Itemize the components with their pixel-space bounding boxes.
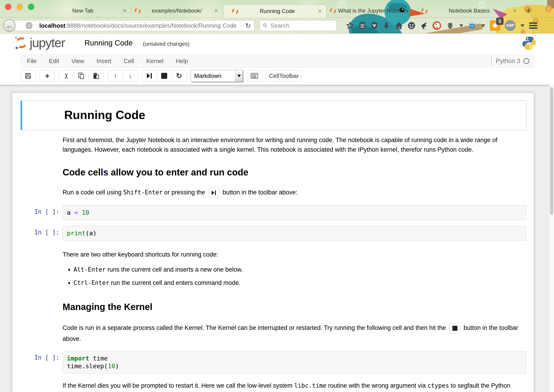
tab-running-code-active[interactable]: Running Code ×	[223, 4, 327, 18]
cut-icon: ✂	[62, 73, 71, 79]
code-input-area[interactable]: print(a)	[62, 226, 526, 241]
insert-cell-button[interactable]: +	[40, 70, 55, 81]
bug-extension-icon[interactable]	[468, 21, 476, 30]
window-minimize-button[interactable]	[16, 4, 23, 10]
site-identity-globe-icon[interactable]	[25, 22, 33, 29]
cell-prompt-empty	[21, 302, 62, 312]
bug-extension-dropdown-caret[interactable]	[481, 24, 485, 27]
tab-label: Running Code	[238, 8, 317, 14]
markdown-cell-tail-clipped[interactable]: If the Kernel dies you will be prompted …	[21, 381, 526, 392]
inline-code-libc-time: libc.time	[294, 382, 326, 389]
tab-close-icon[interactable]: ×	[213, 7, 220, 14]
search-bar[interactable]: Search	[260, 20, 337, 31]
select-dropdown-arrow[interactable]	[235, 70, 242, 82]
markdown-cell-intro[interactable]: First and foremost, the Jupyter Notebook…	[21, 135, 526, 154]
move-cell-up-button[interactable]: ↑	[108, 70, 123, 81]
tab-examples-notebook[interactable]: examples/Notebook/ ×	[132, 4, 223, 17]
tab-close-icon[interactable]: ×	[317, 7, 323, 15]
feedback-smiley-icon[interactable]	[408, 22, 416, 29]
tab-new-tab[interactable]: New Tab ×	[41, 4, 131, 17]
menu-view[interactable]: View	[65, 57, 90, 65]
input-prompt: In [ ]:	[21, 226, 62, 241]
markdown-cell-h2-kernel[interactable]: Managing the Kernel	[21, 302, 526, 312]
restart-icon: ↻	[176, 71, 182, 80]
shortcuts-intro: There are two other keyboard shortcuts f…	[62, 250, 526, 259]
paste-cell-button[interactable]	[89, 70, 104, 81]
markdown-cell-title-selected[interactable]: Running Code	[21, 100, 526, 130]
adblock-dropdown-caret[interactable]	[520, 24, 525, 27]
tab-notebook-basics[interactable]: Notebook Basics ×	[418, 4, 521, 17]
search-icon	[263, 23, 268, 28]
code-cell-import-time[interactable]: In [ ]: import time time.sleep(10)	[21, 351, 526, 373]
adblock-plus-icon[interactable]: ABP	[505, 20, 515, 31]
markdown-cell-shortcuts[interactable]: There are two other keyboard shortcuts f…	[21, 250, 526, 291]
cut-cell-button[interactable]: ✂	[59, 70, 74, 81]
up-arrow-icon: ↑	[114, 72, 117, 79]
bookmark-star-icon[interactable]	[346, 21, 354, 30]
kernel-separator	[491, 57, 492, 65]
intro-paragraph: First and foremost, the Jupyter Notebook…	[62, 135, 526, 154]
cell-prompt-empty	[22, 103, 64, 128]
window-zoom-button[interactable]	[28, 4, 34, 10]
input-prompt: In [ ]:	[21, 205, 62, 220]
dark-drop-extension-icon[interactable]	[420, 21, 428, 30]
reading-list-icon[interactable]	[359, 21, 366, 30]
menu-hamburger-icon[interactable]	[529, 22, 537, 29]
menu-file[interactable]: File	[21, 57, 43, 65]
markdown-cell-h2-code[interactable]: Code cells allow you to enter and run co…	[21, 167, 526, 177]
menu-insert[interactable]: Insert	[90, 57, 118, 65]
browser-chrome: New Tab × examples/Notebook/ × Running C…	[0, 0, 554, 34]
notebook-h2-kernel: Managing the Kernel	[62, 302, 526, 312]
code-cell-print-a[interactable]: In [ ]: print(a)	[21, 226, 526, 241]
code-cell-a-equals-10[interactable]: In [ ]: a = 10	[21, 205, 526, 220]
copy-cell-button[interactable]	[74, 70, 89, 81]
new-tab-button[interactable]: +	[523, 6, 533, 15]
reload-icon[interactable]: ↻	[245, 22, 251, 30]
jupyter-toolbar: + ✂ ↑ ↓ ↻	[21, 70, 302, 82]
page-scrollbar[interactable]	[549, 85, 554, 392]
restart-kernel-button[interactable]: ↻	[172, 70, 187, 81]
tab-close-icon[interactable]: ×	[408, 7, 415, 14]
tab-what-is-jupyter[interactable]: What is the Jupyter Notebook ×	[327, 4, 418, 17]
code-input-area[interactable]: import time time.sleep(10)	[62, 351, 526, 373]
shield-extension-icon[interactable]	[371, 21, 378, 30]
command-palette-button[interactable]	[247, 70, 262, 81]
notebook-container: Running Code First and foremost, the Jup…	[13, 93, 534, 392]
code-input-area[interactable]: a = 10	[62, 205, 526, 220]
window-close-button[interactable]	[5, 4, 11, 10]
duckduckgo-icon[interactable]	[432, 21, 441, 30]
menu-edit[interactable]: Edit	[43, 57, 65, 65]
save-button[interactable]	[21, 70, 36, 81]
url-bar[interactable]: localhost:8888/notebooks/docs/source/exa…	[15, 20, 254, 31]
kernel-name: Python 3	[496, 57, 520, 65]
scrollbar-thumb[interactable]	[550, 87, 553, 215]
jupyter-favicon	[232, 7, 239, 15]
run-cell-button[interactable]	[142, 70, 157, 81]
jupyter-logo[interactable]: jupyter	[15, 36, 65, 49]
stop-icon	[161, 73, 167, 79]
fly-extension-dropdown-caret[interactable]	[459, 24, 463, 27]
notebook-title[interactable]: Running Code	[84, 39, 133, 47]
jupyter-favicon	[134, 7, 142, 15]
fly-extension-icon[interactable]	[446, 22, 454, 29]
markdown-cell-kernel-sentence[interactable]: Code is run in a separate process called…	[21, 322, 526, 344]
tab-close-icon[interactable]: ×	[511, 7, 518, 14]
menu-help[interactable]: Help	[170, 57, 194, 65]
menu-kernel[interactable]: Kernel	[140, 57, 169, 65]
home-icon[interactable]	[395, 22, 403, 29]
jupyter-logo-text: jupyter	[30, 36, 65, 49]
cell-type-select[interactable]: Markdown	[191, 70, 243, 82]
markdown-cell-run-sentence[interactable]: Run a code cell using Shift-Enter or pre…	[21, 188, 526, 198]
url-text[interactable]: localhost:8888/notebooks/docs/source/exa…	[39, 22, 237, 29]
input-prompt: In [ ]:	[21, 351, 62, 373]
kernel-sentence: Code is run in a separate process called…	[62, 322, 526, 344]
back-button[interactable]: ←	[3, 19, 15, 32]
cell-toolbar-button[interactable]: CellToolbar	[266, 70, 302, 81]
tab-close-icon[interactable]: ×	[121, 7, 128, 14]
menu-cell[interactable]: Cell	[118, 57, 140, 65]
interrupt-kernel-button[interactable]	[157, 70, 172, 81]
session-manager-extension-icon[interactable]: ✱ 8	[490, 20, 500, 31]
move-cell-down-button[interactable]: ↓	[123, 70, 138, 81]
downloads-icon[interactable]	[382, 22, 390, 29]
window-controls	[5, 4, 34, 10]
